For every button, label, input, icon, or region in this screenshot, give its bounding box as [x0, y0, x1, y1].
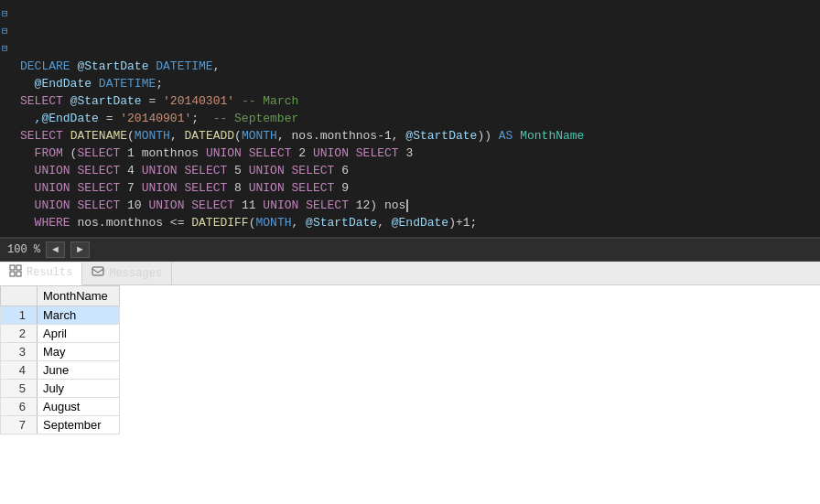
- row-number: 7: [1, 416, 38, 434]
- code-token: UNION: [249, 181, 285, 195]
- code-token: DATENAME: [70, 129, 127, 143]
- code-token: UNION: [249, 164, 285, 177]
- code-token: ;: [191, 112, 212, 125]
- code-token: )): [477, 129, 498, 143]
- row-number: 4: [1, 361, 38, 380]
- nav-right-button[interactable]: ►: [70, 241, 90, 257]
- code-token: '20140301': [163, 94, 234, 108]
- row-number: 1: [1, 306, 38, 325]
- code-token: 4: [120, 164, 141, 177]
- code-token: -- September: [213, 112, 299, 125]
- table-row[interactable]: 1March: [1, 306, 120, 325]
- table-row[interactable]: 2April: [1, 325, 120, 343]
- code-token: UNION: [313, 146, 349, 160]
- code-token: SELECT: [77, 198, 120, 212]
- code-token: 10: [120, 198, 148, 212]
- code-token: DATEDIFF: [191, 216, 248, 230]
- code-line: UNION SELECT 10 UNION SELECT 11 UNION SE…: [20, 197, 813, 214]
- code-token: ,: [292, 216, 307, 230]
- code-token: FROM: [20, 146, 63, 160]
- code-token: UNION: [142, 164, 178, 177]
- code-token: monthnos: [135, 146, 206, 160]
- code-token: [120, 146, 127, 160]
- code-token: [20, 181, 35, 195]
- table-row[interactable]: 7September: [1, 416, 120, 434]
- table-header-row: MonthName: [1, 286, 120, 306]
- code-token: 11: [234, 198, 263, 212]
- collapse-icon[interactable]: ⊟: [2, 40, 11, 58]
- code-token: @StartDate: [77, 59, 148, 73]
- code-token: UNION: [35, 198, 70, 212]
- code-token: UNION: [206, 146, 242, 160]
- code-token: 2: [298, 146, 306, 160]
- code-token: @StartDate: [70, 94, 142, 108]
- code-token: 8: [227, 181, 248, 195]
- tab-messages[interactable]: Messages: [82, 262, 172, 284]
- code-editor[interactable]: ⊟ ⊟ ⊟ DECLARE @StartDate DATETIME, @EndD…: [0, 0, 820, 238]
- code-token: WHERE: [35, 216, 70, 230]
- tab-label: Messages: [109, 267, 162, 280]
- code-token: AS: [499, 129, 513, 143]
- tab-label: Results: [27, 266, 72, 279]
- code-line: WHERE nos.monthnos <= DATEDIFF(MONTH, @S…: [20, 214, 813, 231]
- svg-rect-4: [92, 267, 103, 275]
- code-token: 3: [399, 146, 414, 160]
- month-value: April: [38, 325, 120, 343]
- grid-icon: [9, 264, 22, 281]
- row-number: 3: [1, 343, 38, 361]
- code-token: UNION: [35, 181, 70, 195]
- code-token: 9: [334, 181, 349, 195]
- tabs-bar: Results Messages: [0, 262, 820, 285]
- code-token: SELECT: [20, 129, 63, 143]
- code-line: FROM (SELECT 1 monthnos UNION SELECT 2 U…: [20, 145, 813, 162]
- nav-left-button[interactable]: ◄: [46, 241, 65, 257]
- collapse-gutter: ⊟ ⊟ ⊟: [0, 0, 13, 237]
- code-token: ,: [377, 216, 392, 230]
- code-token: @StartDate: [306, 216, 377, 230]
- row-num-header: [1, 286, 38, 306]
- table-row[interactable]: 4June: [1, 361, 120, 380]
- code-token: SELECT: [77, 181, 120, 195]
- code-token: MONTH: [135, 129, 170, 143]
- code-token: ;: [156, 77, 163, 91]
- month-value: July: [38, 380, 120, 398]
- code-token: SELECT: [184, 164, 227, 177]
- code-token: 5: [227, 164, 248, 177]
- code-token: DECLARE: [20, 59, 70, 73]
- svg-rect-2: [10, 272, 15, 276]
- collapse-icon[interactable]: ⊟: [2, 23, 11, 40]
- code-token: [285, 164, 292, 177]
- code-token: SELECT: [77, 164, 120, 177]
- code-token: nos.monthnos <=: [70, 216, 192, 230]
- code-token: [20, 198, 35, 212]
- code-token: UNION: [142, 181, 178, 195]
- svg-rect-3: [16, 272, 21, 276]
- code-token: )+1;: [448, 216, 477, 230]
- table-row[interactable]: 6August: [1, 398, 120, 416]
- code-token: [63, 129, 70, 143]
- code-token: ,: [170, 129, 185, 143]
- results-table-container[interactable]: MonthName 1March2April3May4June5July6Aug…: [0, 285, 820, 504]
- code-line: UNION SELECT 7 UNION SELECT 8 UNION SELE…: [20, 179, 813, 197]
- code-token: 12) nos: [349, 198, 405, 212]
- code-lines[interactable]: DECLARE @StartDate DATETIME, @EndDate DA…: [13, 0, 820, 237]
- month-value: September: [38, 416, 120, 434]
- code-line: ,@EndDate = '20140901'; -- September: [20, 110, 813, 127]
- code-token: [63, 94, 70, 108]
- tab-results[interactable]: Results: [0, 263, 82, 285]
- code-token: @EndDate: [20, 77, 92, 91]
- code-token: SELECT: [292, 181, 335, 195]
- collapse-icon[interactable]: ⊟: [2, 5, 11, 23]
- code-token: [20, 164, 35, 177]
- code-line: SELECT @StartDate = '20140301' -- March: [20, 92, 813, 110]
- msg-icon: [92, 265, 104, 282]
- code-token: 7: [120, 181, 141, 195]
- code-token: ,@EndDate: [20, 112, 99, 125]
- code-token: DATETIME: [99, 77, 156, 91]
- svg-rect-0: [10, 265, 15, 270]
- table-row[interactable]: 3May: [1, 343, 120, 361]
- code-token: SELECT: [306, 198, 349, 212]
- table-row[interactable]: 5July: [1, 380, 120, 398]
- code-token: SELECT: [249, 146, 292, 160]
- month-value: March: [38, 306, 120, 325]
